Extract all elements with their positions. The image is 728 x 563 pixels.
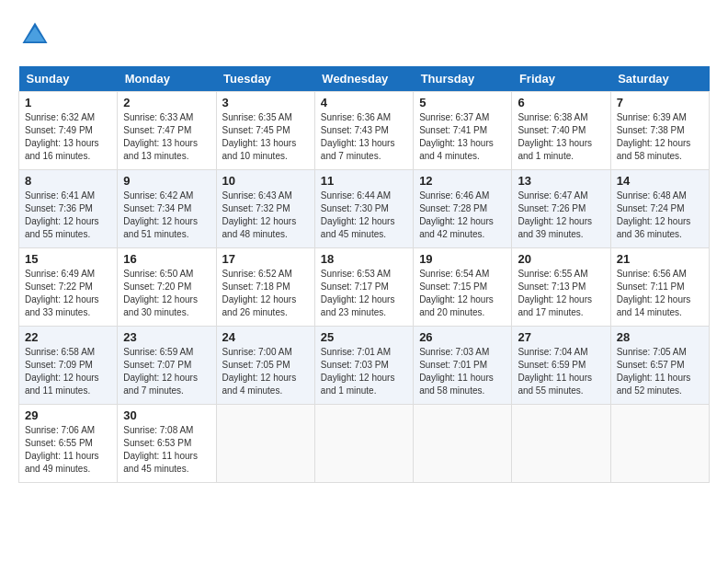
day-number: 4 [321,96,407,109]
day-number: 26 [419,330,506,344]
calendar-cell: 19Sunrise: 6:54 AM Sunset: 7:15 PM Dayli… [414,248,512,327]
day-header-thursday: Thursday [414,66,512,92]
day-details: Sunrise: 7:03 AM Sunset: 7:01 PM Dayligh… [419,346,506,397]
day-number: 22 [25,330,111,344]
day-details: Sunrise: 6:46 AM Sunset: 7:28 PM Dayligh… [419,190,506,241]
day-number: 2 [123,96,210,109]
day-number: 21 [617,252,703,266]
day-header-saturday: Saturday [610,66,709,92]
calendar-cell: 8Sunrise: 6:41 AM Sunset: 7:36 PM Daylig… [19,170,118,248]
day-details: Sunrise: 6:53 AM Sunset: 7:17 PM Dayligh… [321,268,407,319]
calendar-cell: 30Sunrise: 7:08 AM Sunset: 6:53 PM Dayli… [118,405,216,483]
day-header-sunday: Sunday [19,66,118,92]
page-header [18,18,710,52]
calendar-cell: 22Sunrise: 6:58 AM Sunset: 7:09 PM Dayli… [19,327,118,405]
calendar-cell: 5Sunrise: 6:37 AM Sunset: 7:41 PM Daylig… [414,92,512,170]
calendar-cell: 23Sunrise: 6:59 AM Sunset: 7:07 PM Dayli… [118,327,216,405]
day-number: 18 [321,252,407,266]
day-details: Sunrise: 6:55 AM Sunset: 7:13 PM Dayligh… [518,268,604,319]
calendar-cell [216,405,314,483]
calendar-cell: 17Sunrise: 6:52 AM Sunset: 7:18 PM Dayli… [216,248,314,327]
day-details: Sunrise: 6:33 AM Sunset: 7:47 PM Dayligh… [123,111,210,163]
calendar-cell: 3Sunrise: 6:35 AM Sunset: 7:45 PM Daylig… [216,92,314,170]
calendar-cell: 18Sunrise: 6:53 AM Sunset: 7:17 PM Dayli… [314,248,413,327]
logo-icon [18,18,51,52]
day-details: Sunrise: 6:37 AM Sunset: 7:41 PM Dayligh… [419,111,506,163]
calendar-cell: 12Sunrise: 6:46 AM Sunset: 7:28 PM Dayli… [414,170,512,248]
calendar-table: SundayMondayTuesdayWednesdayThursdayFrid… [18,66,710,483]
day-details: Sunrise: 6:52 AM Sunset: 7:18 PM Dayligh… [222,268,309,319]
calendar-cell: 11Sunrise: 6:44 AM Sunset: 7:30 PM Dayli… [314,170,413,248]
day-number: 10 [222,174,309,188]
day-number: 8 [25,174,111,188]
day-details: Sunrise: 6:54 AM Sunset: 7:15 PM Dayligh… [419,268,506,319]
day-details: Sunrise: 7:05 AM Sunset: 6:57 PM Dayligh… [617,346,703,397]
day-details: Sunrise: 6:32 AM Sunset: 7:49 PM Dayligh… [25,111,111,163]
day-header-tuesday: Tuesday [216,66,314,92]
day-number: 15 [25,252,111,266]
day-details: Sunrise: 6:39 AM Sunset: 7:38 PM Dayligh… [617,111,703,163]
day-number: 30 [123,408,210,422]
calendar-cell: 25Sunrise: 7:01 AM Sunset: 7:03 PM Dayli… [314,327,413,405]
day-details: Sunrise: 6:36 AM Sunset: 7:43 PM Dayligh… [321,111,407,163]
calendar-cell: 24Sunrise: 7:00 AM Sunset: 7:05 PM Dayli… [216,327,314,405]
day-number: 9 [123,174,210,188]
day-number: 17 [222,252,309,266]
calendar-week-row: 8Sunrise: 6:41 AM Sunset: 7:36 PM Daylig… [19,170,710,248]
day-number: 6 [518,96,604,109]
day-details: Sunrise: 6:47 AM Sunset: 7:26 PM Dayligh… [518,190,604,241]
day-details: Sunrise: 6:43 AM Sunset: 7:32 PM Dayligh… [222,190,309,241]
day-details: Sunrise: 6:42 AM Sunset: 7:34 PM Dayligh… [123,190,210,241]
day-number: 11 [321,174,407,188]
day-details: Sunrise: 6:50 AM Sunset: 7:20 PM Dayligh… [123,268,210,319]
day-details: Sunrise: 6:35 AM Sunset: 7:45 PM Dayligh… [222,111,309,163]
day-details: Sunrise: 6:38 AM Sunset: 7:40 PM Dayligh… [518,111,604,163]
calendar-cell: 14Sunrise: 6:48 AM Sunset: 7:24 PM Dayli… [610,170,709,248]
calendar-week-row: 15Sunrise: 6:49 AM Sunset: 7:22 PM Dayli… [19,248,710,327]
day-number: 23 [123,330,210,344]
calendar-cell: 2Sunrise: 6:33 AM Sunset: 7:47 PM Daylig… [118,92,216,170]
day-number: 12 [419,174,506,188]
calendar-cell: 15Sunrise: 6:49 AM Sunset: 7:22 PM Dayli… [19,248,118,327]
day-number: 24 [222,330,309,344]
calendar-cell: 21Sunrise: 6:56 AM Sunset: 7:11 PM Dayli… [610,248,709,327]
calendar-cell: 27Sunrise: 7:04 AM Sunset: 6:59 PM Dayli… [512,327,610,405]
day-details: Sunrise: 6:49 AM Sunset: 7:22 PM Dayligh… [25,268,111,319]
calendar-week-row: 1Sunrise: 6:32 AM Sunset: 7:49 PM Daylig… [19,92,710,170]
calendar-week-row: 22Sunrise: 6:58 AM Sunset: 7:09 PM Dayli… [19,327,710,405]
day-details: Sunrise: 7:01 AM Sunset: 7:03 PM Dayligh… [321,346,407,397]
day-number: 25 [321,330,407,344]
day-details: Sunrise: 6:44 AM Sunset: 7:30 PM Dayligh… [321,190,407,241]
calendar-cell: 9Sunrise: 6:42 AM Sunset: 7:34 PM Daylig… [118,170,216,248]
calendar-cell: 6Sunrise: 6:38 AM Sunset: 7:40 PM Daylig… [512,92,610,170]
day-details: Sunrise: 6:41 AM Sunset: 7:36 PM Dayligh… [25,190,111,241]
day-details: Sunrise: 7:00 AM Sunset: 7:05 PM Dayligh… [222,346,309,397]
calendar-cell: 4Sunrise: 6:36 AM Sunset: 7:43 PM Daylig… [314,92,413,170]
day-header-wednesday: Wednesday [314,66,413,92]
logo [18,18,57,52]
calendar-cell: 29Sunrise: 7:06 AM Sunset: 6:55 PM Dayli… [19,405,118,483]
calendar-cell: 13Sunrise: 6:47 AM Sunset: 7:26 PM Dayli… [512,170,610,248]
day-number: 1 [25,96,111,109]
calendar-cell [512,405,610,483]
day-details: Sunrise: 6:59 AM Sunset: 7:07 PM Dayligh… [123,346,210,397]
calendar-cell: 16Sunrise: 6:50 AM Sunset: 7:20 PM Dayli… [118,248,216,327]
calendar-cell [414,405,512,483]
calendar-cell: 20Sunrise: 6:55 AM Sunset: 7:13 PM Dayli… [512,248,610,327]
day-header-friday: Friday [512,66,610,92]
day-details: Sunrise: 7:04 AM Sunset: 6:59 PM Dayligh… [518,346,604,397]
day-number: 5 [419,96,506,109]
day-details: Sunrise: 7:08 AM Sunset: 6:53 PM Dayligh… [123,424,210,476]
day-details: Sunrise: 7:06 AM Sunset: 6:55 PM Dayligh… [25,424,111,476]
calendar-cell [610,405,709,483]
day-number: 14 [617,174,703,188]
calendar-cell: 10Sunrise: 6:43 AM Sunset: 7:32 PM Dayli… [216,170,314,248]
calendar-cell: 28Sunrise: 7:05 AM Sunset: 6:57 PM Dayli… [610,327,709,405]
day-details: Sunrise: 6:58 AM Sunset: 7:09 PM Dayligh… [25,346,111,397]
day-details: Sunrise: 6:56 AM Sunset: 7:11 PM Dayligh… [617,268,703,319]
day-number: 27 [518,330,604,344]
calendar-week-row: 29Sunrise: 7:06 AM Sunset: 6:55 PM Dayli… [19,405,710,483]
days-header-row: SundayMondayTuesdayWednesdayThursdayFrid… [19,66,710,92]
day-number: 16 [123,252,210,266]
day-number: 3 [222,96,309,109]
